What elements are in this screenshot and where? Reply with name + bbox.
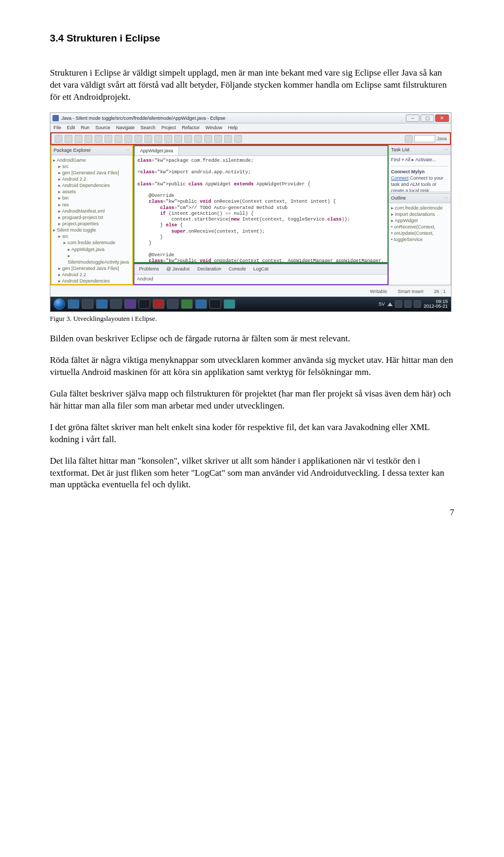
toolbar-icon[interactable]	[184, 135, 192, 143]
tray-icon[interactable]	[414, 300, 421, 308]
toolbar-icon[interactable]	[75, 135, 82, 143]
tasklist-find[interactable]: Find	[391, 157, 401, 162]
intro-paragraph: Strukturen i Eclipse är väldigt simpelt …	[50, 67, 454, 103]
taskbar-filezilla-icon[interactable]	[153, 299, 164, 309]
open-perspective-icon[interactable]	[405, 135, 413, 143]
status-cursor-pos: 26 : 1	[434, 288, 446, 295]
taskbar-clock[interactable]: 09:15 2012-05-21	[424, 299, 448, 310]
pane-toolbar-icon[interactable]: ⋯	[126, 148, 130, 153]
minimize-button[interactable]: –	[406, 114, 419, 122]
toolbar-icon[interactable]	[104, 135, 112, 143]
menu-file[interactable]: File	[54, 124, 61, 131]
paragraph-green: I det gröna fältet skriver man helt enke…	[50, 422, 454, 446]
toolbar-icon[interactable]	[134, 135, 142, 143]
toolbar-icon[interactable]	[144, 135, 152, 143]
perspective-label: Java	[437, 135, 447, 142]
tab-problems[interactable]: Problems	[136, 265, 162, 273]
console-body: Android	[134, 275, 387, 283]
menu-help[interactable]: Help	[228, 124, 238, 131]
toolbar-icon[interactable]	[194, 135, 202, 143]
toolbar-icon[interactable]	[114, 135, 122, 143]
toolbar-icon[interactable]	[234, 135, 242, 143]
menu-refactor[interactable]: Refactor	[182, 124, 200, 131]
taskbar-app-icon[interactable]	[110, 299, 122, 309]
clock-date: 2012-05-21	[424, 304, 448, 309]
toolbar-icon[interactable]	[124, 135, 132, 143]
tab-javadoc[interactable]: @ Javadoc	[164, 265, 193, 273]
eclipse-screenshot: Java - Silent mode toggle/src/com/fredde…	[50, 112, 452, 312]
taskbar-lang[interactable]: SV	[379, 301, 385, 307]
task-list-title: Task List	[391, 147, 410, 153]
figure-3: Java - Silent mode toggle/src/com/fredde…	[50, 112, 454, 323]
toolbar-icon[interactable]	[85, 135, 92, 143]
paragraph-red: Röda fältet är några viktiga menyknappar…	[50, 354, 454, 379]
pane-toolbar-icon[interactable]: ⋯	[444, 147, 448, 153]
status-writable: Writable	[370, 288, 387, 295]
perspective-java[interactable]	[414, 135, 435, 142]
figure-caption: Figur 3. Utvecklingslayouten i Eclipse.	[50, 314, 454, 323]
toolbar-icon[interactable]	[94, 135, 102, 143]
toolbar-icon[interactable]	[55, 135, 62, 143]
toolbar-icon[interactable]	[164, 135, 172, 143]
task-list-pane: Task List ⋯ Find ▾ All ▸ Activate... Con…	[388, 145, 451, 192]
windows-taskbar: SV 09:15 2012-05-21	[50, 297, 451, 311]
section-heading: 3.4 Strukturen i Eclipse	[50, 32, 454, 45]
taskbar-spotify-icon[interactable]	[181, 299, 193, 309]
menu-search[interactable]: Search	[141, 124, 156, 131]
tray-icon[interactable]	[395, 300, 402, 308]
page-number: 7	[50, 507, 454, 518]
tray-icon[interactable]	[404, 300, 412, 308]
outline-tree[interactable]: ▸ com.fredde.silentmode▸ import declarat…	[389, 203, 450, 245]
tab-console[interactable]: Console	[226, 265, 248, 273]
toolbar-icon[interactable]	[174, 135, 182, 143]
tasklist-filter[interactable]: All ▸ Activate...	[405, 157, 436, 162]
window-titlebar: Java - Silent mode toggle/src/com/fredde…	[50, 113, 451, 123]
taskbar-app-icon[interactable]	[224, 299, 235, 309]
taskbar-photoshop-icon[interactable]	[209, 299, 221, 309]
mylyn-heading: Connect Mylyn	[391, 169, 425, 174]
taskbar-app-icon[interactable]	[96, 299, 108, 309]
tab-logcat[interactable]: LogCat	[250, 265, 271, 273]
mylyn-connect-link[interactable]: Connect	[391, 175, 409, 181]
toolbar-icon[interactable]	[224, 135, 232, 143]
tab-declaration[interactable]: Declaration	[195, 265, 224, 273]
code-editor[interactable]: class="kw">package com.fredde.silentmode…	[134, 156, 387, 263]
menu-window[interactable]: Window	[205, 124, 222, 131]
taskbar-app-icon[interactable]	[82, 299, 93, 309]
paragraph-yellow: Gula fältet beskriver själva mapp och fi…	[50, 388, 454, 412]
window-buttons: – ▢ ✕	[406, 114, 449, 122]
menu-run[interactable]: Run	[81, 124, 90, 131]
menu-edit[interactable]: Edit	[67, 124, 76, 131]
paragraph-purple: Det lila fältet hittar man "konsolen", v…	[50, 455, 454, 492]
console-purple-highlight: Problems @ Javadoc Declaration Console L…	[133, 263, 388, 285]
app-icon	[52, 115, 59, 121]
taskbar-app-icon[interactable]	[167, 299, 178, 309]
tray-show-hidden-icon[interactable]	[387, 302, 393, 306]
window-title: Java - Silent mode toggle/src/com/fredde…	[61, 115, 225, 121]
toolbar-icon[interactable]	[204, 135, 212, 143]
status-smart-insert: Smart Insert	[397, 288, 423, 295]
package-explorer-title: Package Explorer	[54, 147, 91, 153]
toolbar-icon[interactable]	[154, 135, 162, 143]
editor-tab[interactable]: AppWidget.java	[134, 146, 179, 155]
toolbar-icon[interactable]	[214, 135, 222, 143]
taskbar-app-icon[interactable]	[124, 299, 136, 309]
paragraph-bild: Bilden ovan beskriver Eclipse och de fär…	[50, 333, 454, 345]
menu-navigate[interactable]: Navigate	[116, 124, 135, 131]
toolbar-icon[interactable]	[65, 135, 72, 143]
project-tree[interactable]: ▸ AndroidGame▸ src▸ gen [Generated Java …	[51, 155, 132, 285]
menu-source[interactable]: Source	[96, 124, 111, 131]
menubar: File Edit Run Source Navigate Search Pro…	[50, 123, 451, 132]
pane-toolbar-icon[interactable]: ⋯	[444, 195, 448, 201]
menu-project[interactable]: Project	[161, 124, 176, 131]
package-explorer-yellow-highlight: Package Explorer ⋯ ▸ AndroidGame▸ src▸ g…	[50, 145, 133, 285]
close-button[interactable]: ✕	[435, 114, 449, 122]
editor-green-highlight: AppWidget.java class="kw">package com.fr…	[133, 145, 388, 263]
taskbar-app-icon[interactable]	[68, 299, 79, 309]
taskbar-app-icon[interactable]	[139, 299, 150, 309]
outline-title: Outline	[391, 195, 406, 201]
maximize-button[interactable]: ▢	[421, 114, 434, 122]
start-orb-icon[interactable]	[54, 298, 65, 310]
toolbar-red-highlight: Java	[50, 132, 451, 145]
taskbar-word-icon[interactable]	[195, 299, 207, 309]
